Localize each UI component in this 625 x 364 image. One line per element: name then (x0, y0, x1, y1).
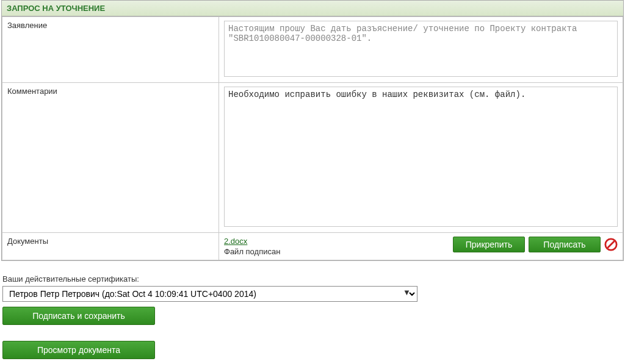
clarification-request-panel: ЗАПРОС НА УТОЧНЕНИЕ Заявление Комментари… (1, 0, 624, 261)
certificates-section: Ваши действительные сертификаты: Петров … (1, 274, 624, 359)
form-table: Заявление Комментарии Документы 2.docx Ф… (2, 16, 623, 260)
comments-label: Комментарии (2, 83, 219, 233)
certificates-label: Ваши действительные сертификаты: (2, 274, 623, 284)
statement-textarea[interactable] (224, 21, 618, 77)
sign-button[interactable]: Подписать (529, 237, 601, 252)
documents-label: Документы (2, 233, 219, 260)
delete-file-icon[interactable] (604, 238, 618, 251)
statement-label: Заявление (2, 17, 219, 83)
attach-button[interactable]: Прикрепить (453, 237, 525, 252)
panel-title: ЗАПРОС НА УТОЧНЕНИЕ (2, 1, 623, 16)
certificate-select[interactable]: Петров Петр Петрович (до:Sat Oct 4 10:09… (2, 286, 417, 302)
comments-textarea[interactable] (224, 87, 618, 227)
documents-row: 2.docx Файл подписан Прикрепить Подписат… (224, 237, 618, 256)
svg-line-1 (608, 241, 615, 248)
document-file-link[interactable]: 2.docx (224, 237, 247, 246)
sign-and-save-button[interactable]: Подписать и сохранить (2, 307, 155, 325)
document-file-status: Файл подписан (224, 247, 448, 256)
preview-document-button[interactable]: Просмотр документа (2, 341, 155, 359)
